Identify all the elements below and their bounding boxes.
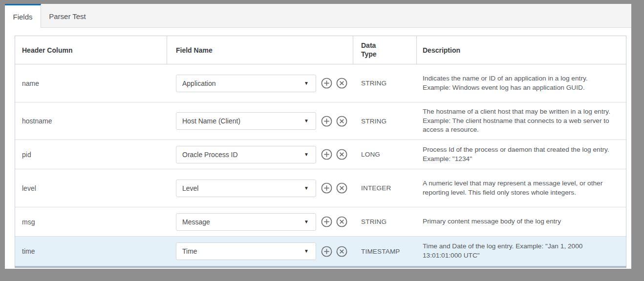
header-column-value: level [15,184,167,192]
tab-bar: Fields Parser Test [5,4,631,28]
field-name-select[interactable]: Host Name (Client) ▼ [176,112,316,130]
header-column-header: Header Column [15,36,167,64]
chevron-down-icon: ▼ [304,248,309,254]
fields-table-container: Header Column Field Name Data Type Descr… [5,28,631,268]
table-row-name: name Application ▼ STRING Indicates the … [15,64,626,102]
remove-field-button[interactable] [336,78,347,89]
data-type-header: Data Type [353,36,417,64]
description-header: Description [417,36,626,64]
remove-field-button[interactable] [336,216,347,227]
add-field-button[interactable] [321,246,332,257]
data-type-value: INTEGER [353,184,417,192]
remove-field-button[interactable] [336,149,347,160]
field-name-cell: Time ▼ [167,242,353,260]
header-column-value: name [15,80,167,87]
field-name-cell: Message ▼ [167,213,353,231]
field-name-select[interactable]: Oracle Process ID ▼ [176,146,316,163]
table-row-msg: msg Message ▼ STRING Primary content mes… [15,207,626,237]
plus-circle-icon [321,78,332,89]
field-name-cell: Level ▼ [167,180,353,197]
field-name-select[interactable]: Application ▼ [176,75,316,92]
field-name-header: Field Name [167,36,353,64]
horizontal-scrollbar[interactable] [15,266,626,268]
fields-table: Header Column Field Name Data Type Descr… [15,36,626,266]
plus-circle-icon [321,116,332,127]
field-name-select[interactable]: Level ▼ [176,180,316,197]
field-name-selected-value: Oracle Process ID [182,151,238,159]
field-name-cell: Oracle Process ID ▼ [167,146,353,163]
x-circle-icon [336,182,347,194]
chevron-down-icon: ▼ [304,185,309,191]
x-circle-icon [336,246,347,257]
add-field-button[interactable] [321,216,332,227]
header-column-value: hostname [15,117,167,125]
header-column-value: time [15,247,167,255]
chevron-down-icon: ▼ [304,152,309,157]
add-field-button[interactable] [321,182,332,194]
description-value: A numeric level that may represent a mes… [417,175,626,201]
header-column-value: msg [15,218,167,226]
tab-parser-test[interactable]: Parser Test [41,4,94,27]
data-type-value: STRING [353,218,417,225]
tab-fields[interactable]: Fields [5,4,41,28]
chevron-down-icon: ▼ [304,80,309,86]
add-field-button[interactable] [321,116,332,127]
table-header-row: Header Column Field Name Data Type Descr… [15,36,626,64]
add-field-button[interactable] [321,78,332,89]
field-name-selected-value: Application [182,80,216,87]
plus-circle-icon [321,246,332,257]
field-name-select[interactable]: Time ▼ [176,242,316,260]
field-name-selected-value: Message [182,218,210,226]
field-name-select[interactable]: Message ▼ [176,213,316,231]
header-column-value: pid [15,151,167,159]
data-type-value: LONG [353,151,417,158]
data-type-value: STRING [353,80,417,87]
description-value: Time and Date of the log entry. Example:… [417,238,626,264]
chevron-down-icon: ▼ [304,219,309,224]
description-value: Process Id of the process or daemon that… [417,141,626,167]
field-name-selected-value: Time [182,247,197,255]
x-circle-icon [336,116,347,127]
plus-circle-icon [321,149,332,160]
chevron-down-icon: ▼ [304,118,309,123]
field-name-selected-value: Level [182,184,198,192]
field-name-cell: Host Name (Client) ▼ [167,112,353,130]
table-row-pid: pid Oracle Process ID ▼ LONG Process Id … [15,140,626,169]
add-field-button[interactable] [321,149,332,160]
remove-field-button[interactable] [336,182,347,194]
plus-circle-icon [321,216,332,227]
x-circle-icon [336,78,347,89]
x-circle-icon [336,149,347,160]
field-name-cell: Application ▼ [167,75,353,92]
table-row-time: time Time ▼ TIMESTAMP Time and Date of t… [15,237,626,266]
x-circle-icon [336,216,347,227]
description-value: Indicates the name or ID of an applicati… [417,70,626,96]
table-row-level: level Level ▼ INTEGER A numeric level th… [15,169,626,207]
table-row-hostname: hostname Host Name (Client) ▼ STRING The… [15,102,626,140]
remove-field-button[interactable] [336,116,347,127]
description-value: The hostname of a client host that may b… [417,103,626,139]
remove-field-button[interactable] [336,246,347,257]
plus-circle-icon [321,182,332,194]
field-name-selected-value: Host Name (Client) [182,117,240,125]
data-type-value: TIMESTAMP [353,248,417,255]
fields-panel: Fields Parser Test Header Column Field N… [5,4,631,269]
description-value: Primary content message body of the log … [417,213,626,230]
data-type-value: STRING [353,118,417,125]
